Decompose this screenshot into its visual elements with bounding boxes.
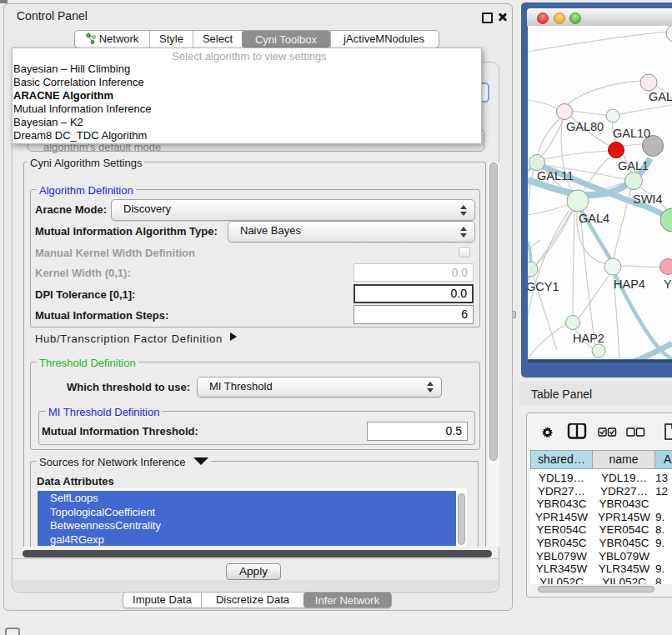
svg-text:GAL80: GAL80 [566,120,604,133]
svg-text:HAP2: HAP2 [573,332,604,345]
svg-text:SWI4: SWI4 [633,192,662,206]
svg-text:GAL4: GAL4 [579,212,609,225]
svg-text:GAL10: GAL10 [613,127,650,140]
svg-text:GAL2: GAL2 [649,90,672,103]
svg-text:HAP4: HAP4 [614,278,645,291]
svg-text:GAL11: GAL11 [537,169,574,182]
svg-text:GCY1: GCY1 [528,280,559,293]
svg-text:GAL1: GAL1 [618,159,649,172]
svg-text:Y: Y [664,278,672,291]
